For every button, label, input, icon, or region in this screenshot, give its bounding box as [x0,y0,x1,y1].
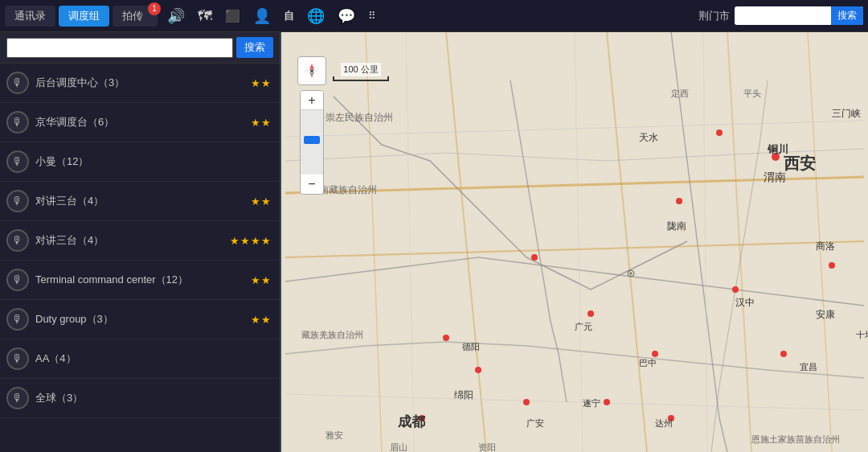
svg-text:渭南: 渭南 [764,171,786,183]
svg-text:成都: 成都 [397,414,426,429]
zoom-in-button[interactable]: + [301,91,323,110]
item-stars: ★★ [251,117,272,129]
user-icon[interactable]: 👤 [250,7,274,25]
item-label: 对讲三台（4） [35,195,244,208]
svg-text:广元: 广元 [575,322,592,331]
mic-icon: 🎙 [6,150,29,173]
svg-point-24 [604,399,610,405]
mic-icon: 🎙 [6,308,29,331]
chart-icon[interactable]: ⬛ [222,8,244,23]
svg-text:恩施土家族苗族自治州: 恩施土家族苗族自治州 [751,434,840,444]
svg-text:遂宁: 遂宁 [583,398,600,408]
item-label: 后台调度中心（3） [35,76,244,90]
svg-point-17 [652,351,658,357]
zoom-track: + − [300,90,324,195]
nav-right-area: 荆门市 搜索 [698,6,863,25]
svg-text:资阳: 资阳 [478,442,496,452]
broadcast-badge: 1 [148,2,161,15]
top-search-box: 搜索 [735,6,863,25]
item-label: AA（4） [35,352,265,366]
svg-point-22 [443,335,449,341]
mic-icon: 🎙 [6,387,29,409]
globe-icon[interactable]: 🌐 [304,7,328,25]
svg-point-23 [523,399,530,405]
svg-point-19 [531,254,538,261]
zoom-out-button[interactable]: − [301,175,323,194]
item-stars: ★★ [251,77,272,89]
mic-icon: 🎙 [6,229,29,252]
map-container[interactable]: 铜川 三门峡 渭南 西安 商洛 天水 陇南 汉中 安康 十堰 广元 巴中 遂宁 … [281,32,868,452]
compass-button[interactable] [297,56,326,85]
list-item[interactable]: 🎙 Duty group（3） ★★ [0,300,280,339]
svg-text:眉山: 眉山 [390,442,407,452]
item-stars: ★★ [251,274,272,286]
scale-label: 100 公里 [341,63,380,76]
sidebar-list: 🎙 后台调度中心（3） ★★ 🎙 京华调度台（6） ★★ 🎙 小曼（12） 🎙 … [0,64,280,452]
svg-text:宜昌: 宜昌 [800,362,817,372]
speaker-icon[interactable]: 🔊 [164,7,188,25]
svg-text:雅安: 雅安 [326,430,343,440]
item-label: Duty group（3） [35,313,244,327]
svg-point-15 [676,198,682,204]
grid-icon[interactable]: ⠿ [365,9,379,23]
svg-text:十堰: 十堰 [856,330,868,339]
svg-text:定西: 定西 [671,88,689,98]
chat-icon[interactable]: 💬 [334,7,358,25]
svg-text:三门峡: 三门峡 [832,108,861,119]
item-label: 全球（3） [35,392,265,405]
mic-icon: 🎙 [6,347,29,370]
list-item[interactable]: 🎙 后台调度中心（3） ★★ [0,64,280,103]
sidebar-search-button[interactable]: 搜索 [236,37,273,58]
svg-point-26 [780,351,787,357]
svg-text:商洛: 商洛 [816,240,835,252]
main-area: 搜索 🎙 后台调度中心（3） ★★ 🎙 京华调度台（6） ★★ 🎙 小曼（12） [0,32,868,452]
svg-point-16 [732,286,739,293]
svg-point-18 [588,310,594,317]
svg-text:德阳: 德阳 [462,342,480,351]
map-svg: 铜川 三门峡 渭南 西安 商洛 天水 陇南 汉中 安康 十堰 广元 巴中 遂宁 … [281,32,868,452]
svg-point-27 [829,262,835,269]
map-scale-bar: 100 公里 [333,63,389,81]
svg-text:天水: 天水 [639,132,658,143]
list-item[interactable]: 🎙 小曼（12） [0,142,280,182]
map-icon[interactable]: 🗺 [194,7,215,25]
svg-text:铜川: 铜川 [767,143,788,155]
svg-text:汉中: 汉中 [735,297,755,308]
item-label: Terminal command center（12） [35,273,244,287]
mic-icon: 🎙 [6,269,29,291]
item-label: 对讲三台（4） [35,234,223,248]
list-item[interactable]: 🎙 对讲三台（4） ★★ [0,182,280,221]
svg-text:平头: 平头 [743,88,761,98]
top-search-button[interactable]: 搜索 [831,6,863,25]
list-item[interactable]: 🎙 Terminal command center（12） ★★ [0,261,280,300]
tab-contacts[interactable]: 通讯录 [5,6,55,27]
svg-text:绵阳: 绵阳 [454,389,473,401]
self-icon[interactable]: 自 [280,9,297,23]
item-label: 小曼（12） [35,155,265,169]
svg-point-14 [716,129,723,136]
mic-icon: 🎙 [6,72,29,94]
list-item[interactable]: 🎙 全球（3） [0,379,280,418]
svg-point-20 [475,367,481,373]
list-item[interactable]: 🎙 对讲三台（4） ★★★★ [0,221,280,261]
top-search-input[interactable] [735,8,831,24]
svg-point-63 [310,69,313,72]
sidebar: 搜索 🎙 后台调度中心（3） ★★ 🎙 京华调度台（6） ★★ 🎙 小曼（12） [0,32,281,452]
svg-text:安康: 安康 [816,309,835,320]
svg-rect-0 [285,32,864,452]
mic-icon: 🎙 [6,190,29,212]
item-stars: ★★ [251,195,272,208]
sidebar-search-bar: 搜索 [0,32,280,64]
zoom-slider[interactable] [301,110,323,175]
item-stars: ★★ [251,314,272,326]
tab-dispatch[interactable]: 调度组 [59,6,109,27]
svg-text:陇南: 陇南 [667,220,686,232]
nav-icon-group: 🔊 🗺 ⬛ 👤 自 🌐 💬 ⠿ [164,7,695,25]
scale-line [333,76,389,81]
list-item[interactable]: 🎙 AA（4） [0,339,280,379]
item-stars: ★★★★ [230,235,272,247]
svg-text:达州: 达州 [655,418,673,428]
sidebar-search-input[interactable] [6,38,233,58]
list-item[interactable]: 🎙 京华调度台（6） ★★ [0,103,280,142]
zoom-thumb [304,136,320,144]
